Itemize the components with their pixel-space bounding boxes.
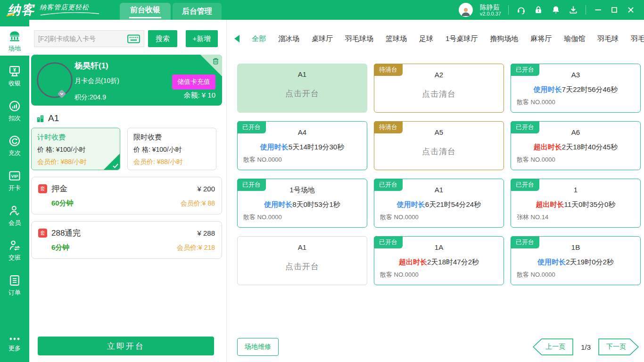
recharge-card-button[interactable]: 储值卡充值 bbox=[172, 74, 215, 90]
search-input[interactable] bbox=[38, 35, 127, 42]
order-icon bbox=[8, 274, 21, 287]
venue-customer: 散客 NO.0000 bbox=[243, 213, 282, 222]
category-tab[interactable]: 麻将厅 bbox=[530, 34, 552, 43]
venue-duration: 超出时长11天0时35分0秒 bbox=[511, 200, 640, 209]
package-card-288[interactable]: 套 288通完 ¥ 288 6分钟 会员价:¥ 218 bbox=[31, 221, 222, 259]
sidebar-item-orders[interactable]: 订单 bbox=[0, 271, 29, 300]
logo-slogan: 纳客管店更轻松 bbox=[40, 3, 100, 16]
sidebar-item-member[interactable]: 会员 bbox=[0, 201, 29, 230]
category-tab[interactable]: 羽毛球场 bbox=[345, 34, 373, 43]
status-badge: 已开台 bbox=[511, 236, 539, 248]
pricing-option-timed[interactable]: 计时收费 价 格: ¥100/小时 会员价: ¥88/小时 bbox=[31, 128, 120, 170]
vip-card-icon: VIP bbox=[8, 169, 22, 182]
venue-duration: 使用时长6天21时54分24秒 bbox=[374, 200, 504, 209]
venue-card[interactable]: 已开台 A1 使用时长6天21时54分24秒 散客 NO.0000 bbox=[374, 179, 504, 228]
lock-icon[interactable] bbox=[533, 5, 544, 15]
venue-repair-button[interactable]: 场地维修 bbox=[237, 338, 279, 356]
category-scroll-left-icon[interactable] bbox=[234, 35, 239, 42]
member-icon bbox=[8, 204, 21, 217]
member-card[interactable]: 杨昊轩(1) 月卡会员(10折) 积分:204.9 储值卡充值 余额: ¥ 10 bbox=[31, 55, 222, 106]
selected-venue-name: A1 bbox=[48, 113, 59, 123]
add-member-button[interactable]: +新增 bbox=[186, 30, 218, 47]
member-name: 杨昊轩(1) bbox=[74, 60, 108, 71]
member-level: 月卡会员(10折) bbox=[74, 77, 119, 85]
venue-card[interactable]: A1 点击开台 bbox=[237, 64, 367, 113]
venue-card[interactable]: 已开台 1 超出时长11天0时35分0秒 张林 NO.14 bbox=[511, 179, 641, 228]
maximize-button[interactable] bbox=[610, 5, 619, 15]
pricing-option-limited[interactable]: 限时收费 价 格: ¥100/小时 会员价: ¥88/小时 bbox=[127, 128, 216, 170]
venue-card[interactable]: 待清台 A2 点击清台 bbox=[374, 64, 504, 113]
package-row: 套 288通完 ¥ 288 bbox=[38, 228, 215, 239]
check-icon bbox=[113, 164, 118, 168]
status-badge: 待清台 bbox=[374, 121, 403, 133]
search-button[interactable]: 搜索 bbox=[148, 30, 177, 47]
category-tab[interactable]: 1号桌球厅 bbox=[446, 34, 478, 43]
category-tab[interactable]: 羽毛球 bbox=[631, 34, 644, 43]
venue-card[interactable]: 已开台 1B 使用时长2天19时0分2秒 散客 NO.0000 bbox=[511, 236, 641, 285]
sidebar-item-shift[interactable]: 交班 bbox=[0, 236, 29, 265]
venue-action: 点击清台 bbox=[374, 146, 504, 157]
tab-front-cashier[interactable]: 前台收银 bbox=[120, 3, 171, 20]
venue-name: A1 bbox=[237, 64, 367, 78]
recharge-icon bbox=[8, 134, 21, 148]
venue-customer: 散客 NO.0000 bbox=[243, 156, 282, 164]
bell-icon[interactable] bbox=[551, 5, 561, 15]
category-tab[interactable]: 桌球厅 bbox=[312, 34, 333, 43]
package-price: ¥ 288 bbox=[197, 229, 215, 237]
prev-page-button[interactable]: 上一页 bbox=[533, 338, 573, 355]
category-tab[interactable]: 篮球场 bbox=[386, 34, 407, 43]
status-badge: 已开台 bbox=[237, 179, 266, 191]
venue-card[interactable]: 已开台 1A 超出时长2天18时47分2秒 散客 NO.0000 bbox=[374, 236, 504, 285]
main-area: 全部 溜冰场 桌球厅 羽毛球场 篮球场 足球 1号桌球厅 撸狗场地 麻将厅 瑜伽… bbox=[227, 20, 644, 362]
venue-card[interactable]: 已开台 A6 超出时长2天18时40分45秒 散客 NO.0000 bbox=[511, 121, 641, 170]
sidebar-item-label: 更多 bbox=[8, 344, 21, 353]
category-tab[interactable]: 撸狗场地 bbox=[490, 34, 518, 43]
sidebar-item-cashier[interactable]: ¥ 收银 bbox=[0, 61, 29, 90]
venue-card[interactable]: 已开台 1号场地 使用时长8天0时53分1秒 散客 NO.0000 bbox=[237, 179, 367, 228]
search-row: 搜索 +新增 bbox=[34, 30, 218, 47]
page-indicator: 1/3 bbox=[581, 343, 591, 351]
selected-venue-header: A1 bbox=[36, 113, 226, 123]
venue-card[interactable]: 已开台 A3 使用时长7天22时56分46秒 散客 NO.0000 bbox=[511, 64, 641, 113]
open-table-button[interactable]: 立即开台 bbox=[38, 337, 214, 355]
sidebar-item-venue[interactable]: 场地 bbox=[0, 26, 29, 56]
user-avatar[interactable] bbox=[459, 3, 473, 17]
venue-icon bbox=[8, 30, 21, 43]
package-row: 6分钟 会员价:¥ 218 bbox=[38, 243, 215, 252]
next-page-button[interactable]: 下一页 bbox=[598, 338, 639, 355]
venue-action: 点击开台 bbox=[237, 88, 367, 99]
venue-card[interactable]: A1 点击开台 bbox=[237, 236, 367, 285]
pricing-title: 计时收费 bbox=[37, 133, 114, 142]
package-row: 套 押金 ¥ 200 bbox=[38, 183, 215, 194]
package-row: 60分钟 会员价:¥ 88 bbox=[38, 199, 215, 208]
category-tab[interactable]: 瑜伽馆 bbox=[564, 34, 585, 43]
venue-card[interactable]: 待清台 A5 点击清台 bbox=[374, 121, 504, 170]
category-tab-all[interactable]: 全部 bbox=[252, 34, 266, 43]
category-tab[interactable]: 溜冰场 bbox=[278, 34, 299, 43]
minimize-button[interactable] bbox=[593, 5, 603, 15]
service-icon[interactable] bbox=[516, 5, 526, 15]
cashier-icon: ¥ bbox=[8, 65, 21, 78]
keyboard-icon[interactable] bbox=[127, 34, 140, 43]
category-tab[interactable]: 足球 bbox=[419, 34, 433, 43]
app-window: 纳客 纳客管店更轻松 前台收银 后台管理 陈静茹 v2.0.0.37 bbox=[0, 0, 644, 362]
download-icon[interactable] bbox=[568, 5, 578, 15]
venue-duration: 使用时长5天14时19分30秒 bbox=[238, 143, 367, 152]
sidebar-item-more[interactable]: 更多 bbox=[0, 329, 29, 358]
package-duration: 60分钟 bbox=[51, 199, 74, 208]
sidebar-item-vip-card[interactable]: VIP 开卡 bbox=[0, 166, 29, 195]
sidebar-item-deduct[interactable]: 扣次 bbox=[0, 96, 29, 125]
package-card-deposit[interactable]: 套 押金 ¥ 200 60分钟 会员价:¥ 88 bbox=[31, 177, 222, 214]
close-button[interactable] bbox=[626, 5, 636, 15]
category-bar: 全部 溜冰场 桌球厅 羽毛球场 篮球场 足球 1号桌球厅 撸狗场地 麻将厅 瑜伽… bbox=[227, 25, 644, 52]
status-badge: 已开台 bbox=[511, 64, 539, 76]
category-tab[interactable]: 羽毛球 bbox=[597, 34, 619, 43]
package-duration: 6分钟 bbox=[51, 243, 69, 252]
pagination: 上一页 1/3 下一页 bbox=[533, 338, 639, 355]
shift-icon bbox=[8, 239, 21, 252]
venue-card[interactable]: 已开台 A4 使用时长5天14时19分30秒 散客 NO.0000 bbox=[237, 121, 367, 170]
tab-backend-admin[interactable]: 后台管理 bbox=[173, 3, 222, 20]
trash-icon[interactable] bbox=[212, 57, 220, 67]
sidebar-item-recharge[interactable]: 充次 bbox=[0, 131, 29, 160]
pricing-price: 价 格: ¥100/小时 bbox=[37, 146, 114, 154]
